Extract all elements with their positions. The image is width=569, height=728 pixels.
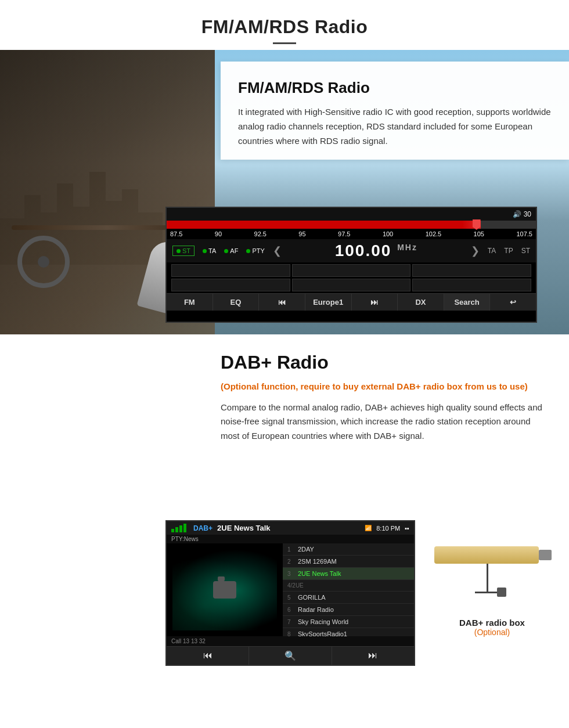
dab-call-text: Call 13 13 32 <box>171 638 206 644</box>
list-item[interactable]: 1 2DAY <box>283 543 414 556</box>
radio-bottom-bar: FM EQ ⏮ Europe1 ⏭ DX Search ↩ <box>167 293 536 311</box>
radio-ui-screenshot: 🔊 30 87.5 90 92.5 95 97.5 100 102.5 105 … <box>165 207 537 323</box>
dab-box-visual <box>428 532 556 607</box>
dab-optional-text: (Optional function, require to buy exter… <box>221 380 552 394</box>
dab-station-name: 2UE News Talk <box>217 524 271 532</box>
frequency-slider[interactable] <box>167 221 536 229</box>
dab-label: DAB+ <box>193 524 213 532</box>
eq-button[interactable]: EQ <box>213 294 260 311</box>
preset-6[interactable] <box>412 279 531 291</box>
preset-5[interactable] <box>292 279 411 291</box>
dab-text-section: DAB+ Radio (Optional function, require t… <box>0 334 569 520</box>
ta-dot <box>203 249 207 253</box>
dab-description: Compare to the normal analog radio, DAB+… <box>221 401 552 444</box>
dab-ui-row: DAB+ 2UE News Talk 📶 8:10 PM ▪▪ PTY:News <box>0 520 569 683</box>
dab-box-main-label: DAB+ radio box <box>459 618 525 628</box>
preset-3[interactable] <box>412 264 531 277</box>
freq-unit: MHz <box>397 243 417 252</box>
preset-1[interactable] <box>171 264 290 277</box>
st-button[interactable]: ST <box>172 246 195 256</box>
dx-button[interactable]: DX <box>398 294 444 311</box>
dab-status-area: 📶 8:10 PM ▪▪ <box>365 525 409 532</box>
dab-battery-icon: ▪▪ <box>405 525 409 532</box>
freq-display: 100.00 MHz <box>290 242 463 260</box>
preset-2[interactable] <box>292 264 411 277</box>
st-dot <box>177 249 181 253</box>
europe1-button[interactable]: Europe1 <box>305 294 352 311</box>
dab-time: 8:10 PM <box>376 525 400 532</box>
dab-signal-icon: 📶 <box>365 525 372 531</box>
search-button[interactable]: Search <box>444 294 491 311</box>
dab-plug <box>497 588 506 597</box>
list-item[interactable]: 7 Sky Racing World <box>283 616 414 628</box>
ta-button[interactable]: TA <box>203 247 216 254</box>
list-item[interactable]: 2 2SM 1269AM <box>283 556 414 568</box>
dab-signal-area: DAB+ 2UE News Talk <box>171 524 271 532</box>
dab-usb-connector <box>539 550 552 560</box>
signal-bar-3 <box>179 525 182 532</box>
freq-marker <box>473 219 481 230</box>
dab-cable-horizontal <box>475 592 498 593</box>
signal-bar-4 <box>183 524 186 532</box>
dab-pty-label: PTY:News <box>171 536 199 542</box>
freq-next-arrow[interactable]: ❯ <box>471 244 480 257</box>
steering-wheel <box>17 236 70 288</box>
pty-dot <box>246 249 250 253</box>
list-item-active[interactable]: 3 2UE News Talk <box>283 568 414 580</box>
signal-bar-1 <box>171 529 174 532</box>
dab-box-optional-label: (Optional) <box>459 628 525 637</box>
dab-search-button[interactable]: 🔍 <box>249 647 332 665</box>
dab-top-bar: DAB+ 2UE News Talk 📶 8:10 PM ▪▪ <box>167 521 414 535</box>
dab-station-list: 1 2DAY 2 2SM 1269AM 3 2UE News Talk 4/2U… <box>283 543 414 636</box>
tp-tag: TP <box>504 247 513 255</box>
dab-dongle-body <box>434 546 539 564</box>
page-title: FM/AM/RDS Radio <box>0 16 569 38</box>
af-dot <box>224 249 228 253</box>
hero-section: FM/AM/RDS Radio It integrated with High-… <box>0 50 569 334</box>
radio-controls-row: ST TA AF PTY ❮ 100.00 MHz ❯ TA TP ST <box>167 239 536 262</box>
freq-labels: 87.5 90 92.5 95 97.5 100 102.5 105 107.5 <box>167 229 536 239</box>
list-item[interactable]: 6 Radar Radio <box>283 604 414 616</box>
dab-visual-area <box>167 543 283 636</box>
dab-box-label: DAB+ radio box (Optional) <box>459 618 525 637</box>
dab-main-section: DAB+ Radio (Optional function, require t… <box>0 334 569 683</box>
dab-prev-button[interactable]: ⏮ <box>167 647 249 665</box>
page-title-area: FM/AM/RDS Radio <box>0 0 569 50</box>
list-item[interactable]: 4/2UE <box>283 580 414 592</box>
dab-next-button[interactable]: ⏭ <box>332 647 414 665</box>
fm-heading: FM/AM/RDS Radio <box>238 79 552 97</box>
dab-heading: DAB+ Radio <box>221 352 552 373</box>
fm-info-box: FM/AM/RDS Radio It integrated with High-… <box>221 62 569 160</box>
af-button[interactable]: AF <box>224 247 238 254</box>
presets-grid <box>171 264 531 291</box>
prev-button[interactable]: ⏮ <box>259 294 305 311</box>
preset-4[interactable] <box>171 279 290 291</box>
ta-tag: TA <box>488 247 496 255</box>
volume-icon: 🔊 <box>513 210 521 218</box>
volume-level: 30 <box>524 210 531 218</box>
next-button[interactable]: ⏭ <box>352 294 398 311</box>
dab-signal-bars <box>171 524 186 532</box>
list-item[interactable]: 5 GORILLA <box>283 592 414 604</box>
fm-description: It integrated with High-Sensitive radio … <box>238 105 552 148</box>
dab-pty-bar: PTY:News <box>167 535 414 543</box>
title-underline <box>273 42 296 44</box>
dab-cable-vertical <box>487 564 488 593</box>
list-item[interactable]: 8 SkySportsRadio1 <box>283 628 414 636</box>
signal-bar-2 <box>175 527 178 532</box>
dab-box-area: DAB+ radio box (Optional) <box>427 520 557 637</box>
dab-screen-ui: DAB+ 2UE News Talk 📶 8:10 PM ▪▪ PTY:News <box>165 520 415 666</box>
st-tag: ST <box>521 247 530 255</box>
back-button[interactable]: ↩ <box>490 294 536 311</box>
radio-top-bar: 🔊 30 <box>167 208 536 221</box>
fm-button[interactable]: FM <box>167 294 213 311</box>
dab-camera-icon <box>213 581 236 599</box>
dab-call-bar: Call 13 13 32 <box>167 636 414 646</box>
dab-bottom-bar: ⏮ 🔍 ⏭ <box>167 646 414 665</box>
freq-prev-arrow[interactable]: ❮ <box>273 244 282 257</box>
pty-button[interactable]: PTY <box>246 247 264 254</box>
dab-content-area: 1 2DAY 2 2SM 1269AM 3 2UE News Talk 4/2U… <box>167 543 414 636</box>
